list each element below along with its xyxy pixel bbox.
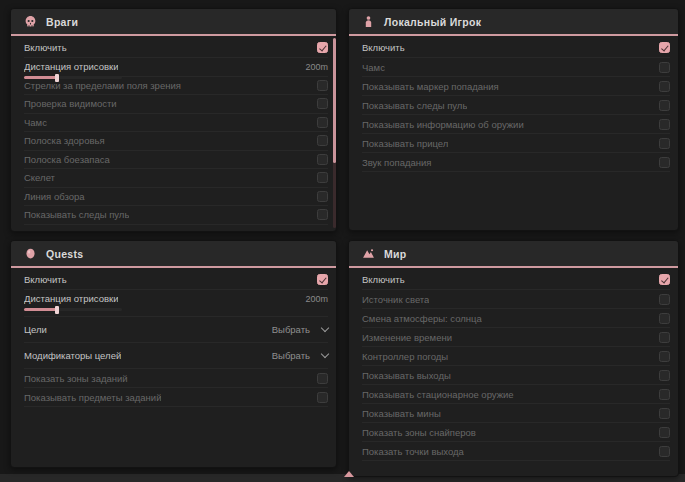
dropdown-value: Выбрать	[272, 350, 310, 361]
panel-title: Враги	[46, 16, 78, 28]
checkbox-unchecked[interactable]	[317, 209, 328, 220]
checkbox-unchecked[interactable]	[659, 100, 670, 111]
row-label: Звук попадания	[362, 157, 432, 168]
checkbox-checked[interactable]	[317, 274, 328, 285]
checkbox-unchecked[interactable]	[317, 172, 328, 183]
panel-enemies-header[interactable]: Враги	[11, 9, 336, 36]
row-label: Показать точки выхода	[362, 446, 464, 457]
menu-row-slider[interactable]: Дистанция отрисовки200m	[24, 290, 328, 317]
menu-row-toggle[interactable]: Показать зоны снайперов	[362, 423, 670, 442]
row-label: Полоска боезапаса	[24, 154, 110, 165]
row-label: Показать зоны снайперов	[362, 427, 476, 438]
chevron-down-icon	[321, 350, 329, 358]
menu-row-toggle[interactable]: Показывать следы пуль	[362, 96, 670, 115]
checkbox-unchecked[interactable]	[317, 117, 328, 128]
checkbox-unchecked[interactable]	[317, 135, 328, 146]
checkbox-unchecked[interactable]	[659, 138, 670, 149]
checkbox-unchecked[interactable]	[659, 294, 670, 305]
menu-row-slider[interactable]: Дистанция отрисовки200m	[24, 58, 328, 77]
checkbox-unchecked[interactable]	[317, 154, 328, 165]
checkbox-unchecked[interactable]	[317, 191, 328, 202]
panel-local-player-rows: ВключитьЧамсПоказывать маркер попаданияП…	[349, 36, 678, 173]
row-label: Смена атмосферы: солнца	[362, 313, 482, 324]
checkbox-unchecked[interactable]	[659, 157, 670, 168]
checkbox-unchecked[interactable]	[659, 427, 670, 438]
row-label: Контроллер погоды	[362, 351, 448, 362]
cursor-triangle-icon	[344, 471, 354, 477]
checkbox-unchecked[interactable]	[317, 80, 328, 91]
mountain-icon	[362, 247, 375, 260]
checkbox-unchecked[interactable]	[659, 408, 670, 419]
menu-row-toggle[interactable]: Показывать стационарное оружие	[362, 385, 670, 404]
panel-title: Мир	[384, 248, 407, 260]
menu-row-toggle[interactable]: Показать точки выхода	[362, 442, 670, 461]
checkbox-checked[interactable]	[317, 42, 328, 53]
menu-row-toggle[interactable]: Включить	[24, 37, 328, 58]
panel-local-player-header[interactable]: Локальный Игрок	[349, 9, 678, 36]
checkbox-unchecked[interactable]	[317, 98, 328, 109]
checkbox-unchecked[interactable]	[659, 313, 670, 324]
slider-handle[interactable]	[55, 306, 59, 314]
panel-title: Quests	[46, 248, 83, 260]
checkbox-unchecked[interactable]	[659, 389, 670, 400]
checkbox-unchecked[interactable]	[317, 373, 328, 384]
distance-slider[interactable]	[24, 308, 122, 311]
slider-value: 200m	[305, 62, 328, 72]
menu-row-toggle[interactable]: Полоска боезапаса	[24, 151, 328, 170]
row-label: Скелет	[24, 172, 55, 183]
menu-row-toggle[interactable]: Чамс	[362, 58, 670, 77]
menu-row-toggle[interactable]: Скелет	[24, 169, 328, 188]
scrollbar-thumb[interactable]	[333, 38, 336, 163]
distance-slider[interactable]	[24, 76, 122, 79]
menu-row-toggle[interactable]: Показывать выходы	[362, 366, 670, 385]
menu-row-toggle[interactable]: Линия обзора	[24, 188, 328, 207]
slider-label-row: Дистанция отрисовки200m	[24, 61, 328, 72]
checkbox-unchecked[interactable]	[317, 392, 328, 403]
dropdown[interactable]: Выбрать	[272, 324, 328, 335]
panel-world-header[interactable]: Мир	[349, 241, 678, 268]
menu-row-toggle[interactable]: Показывать мины	[362, 404, 670, 423]
menu-row-toggle[interactable]: Изменение времени	[362, 328, 670, 347]
menu-row-toggle[interactable]: Показывать информацию об оружии	[362, 115, 670, 134]
panel-title: Локальный Игрок	[384, 16, 481, 28]
checkbox-unchecked[interactable]	[659, 351, 670, 362]
menu-row-toggle[interactable]: Звук попадания	[362, 153, 670, 172]
player-icon	[362, 15, 375, 28]
checkbox-unchecked[interactable]	[659, 370, 670, 381]
menu-row-toggle[interactable]: Показывать прицел	[362, 134, 670, 153]
menu-row-toggle[interactable]: Показывать следы пуль	[24, 206, 328, 225]
checkbox-unchecked[interactable]	[659, 119, 670, 130]
menu-row-toggle[interactable]: Стрелки за пределами поля зрения	[24, 77, 328, 96]
row-label: Чамс	[24, 117, 47, 128]
menu-row-toggle[interactable]: Полоска здоровья	[24, 132, 328, 151]
slider-label-row: Дистанция отрисовки200m	[24, 293, 328, 304]
menu-row-toggle[interactable]: Контроллер погоды	[362, 347, 670, 366]
checkbox-unchecked[interactable]	[659, 332, 670, 343]
checkbox-checked[interactable]	[659, 274, 670, 285]
menu-row-toggle[interactable]: Проверка видимости	[24, 95, 328, 114]
menu-row-toggle[interactable]: Включить	[362, 269, 670, 290]
checkbox-checked[interactable]	[659, 42, 670, 53]
menu-row-toggle[interactable]: Чамс	[24, 114, 328, 133]
checkbox-unchecked[interactable]	[659, 446, 670, 457]
checkbox-unchecked[interactable]	[659, 62, 670, 73]
row-label: Включить	[362, 274, 405, 285]
row-label: Полоска здоровья	[24, 135, 105, 146]
slider-fill	[24, 76, 57, 79]
menu-row-select[interactable]: ЦелиВыбрать	[24, 317, 328, 343]
menu-row-select[interactable]: Модификаторы целейВыбрать	[24, 343, 328, 369]
menu-row-toggle[interactable]: Показывать предметы заданий	[24, 388, 328, 407]
dropdown[interactable]: Выбрать	[272, 350, 328, 361]
menu-row-toggle[interactable]: Показывать маркер попадания	[362, 77, 670, 96]
scrollbar[interactable]	[333, 38, 336, 228]
menu-row-toggle[interactable]: Показать зоны заданий	[24, 369, 328, 388]
checkbox-unchecked[interactable]	[659, 81, 670, 92]
menu-row-toggle[interactable]: Включить	[362, 37, 670, 58]
menu-row-toggle[interactable]: Смена атмосферы: солнца	[362, 309, 670, 328]
menu-row-toggle[interactable]: Источник света	[362, 290, 670, 309]
slider-handle[interactable]	[55, 74, 59, 82]
row-label: Показывать предметы заданий	[24, 392, 161, 403]
menu-row-toggle[interactable]: Включить	[24, 269, 328, 290]
panel-quests-header[interactable]: Quests	[11, 241, 336, 268]
row-label: Показывать следы пуль	[24, 209, 129, 220]
